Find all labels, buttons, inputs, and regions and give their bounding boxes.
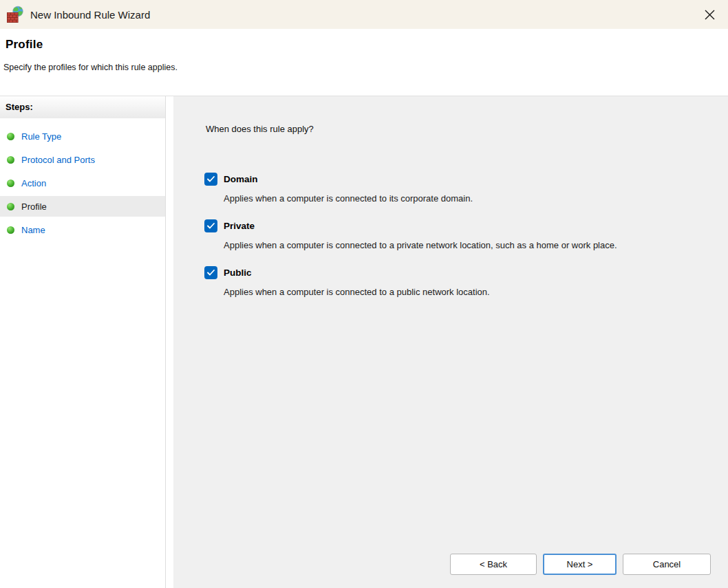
step-item-profile[interactable]: Profile [0,196,165,217]
close-button[interactable] [698,3,721,26]
domain-label[interactable]: Domain [224,174,258,184]
cancel-button[interactable]: Cancel [623,554,711,575]
steps-heading: Steps: [0,96,165,118]
profile-group-private: Private Applies when a computer is conne… [204,219,728,252]
titlebar: New Inbound Rule Wizard [0,0,728,29]
step-label: Rule Type [21,131,61,142]
domain-checkbox[interactable] [204,173,217,186]
step-item-name[interactable]: Name [0,219,165,240]
step-label: Protocol and Ports [21,155,95,165]
checkmark-icon [207,223,215,229]
private-checkbox-row[interactable]: Private [204,219,728,232]
green-bullet-icon [7,156,14,164]
step-item-rule-type[interactable]: Rule Type [0,126,165,146]
step-item-action[interactable]: Action [0,173,165,193]
profile-options: Domain Applies when a computer is connec… [204,173,728,299]
sidebar-divider [166,96,173,588]
step-item-protocol-and-ports[interactable]: Protocol and Ports [0,149,165,170]
step-label: Name [21,225,45,235]
steps-list: Rule Type Protocol and Ports Action Prof… [0,118,165,240]
wizard-buttons: < Back Next > Cancel [450,554,711,575]
public-label[interactable]: Public [224,268,252,278]
firewall-icon [6,6,24,23]
step-label: Action [21,178,46,188]
close-icon [705,10,715,20]
profile-panel: When does this rule apply? Domain Applie… [173,96,728,588]
profile-group-domain: Domain Applies when a computer is connec… [204,173,728,206]
private-checkbox[interactable] [204,219,217,232]
steps-sidebar: Steps: Rule Type Protocol and Ports Acti… [0,96,166,588]
domain-checkbox-row[interactable]: Domain [204,173,728,186]
page-subtitle: Specify the profiles for which this rule… [3,63,722,72]
window-title: New Inbound Rule Wizard [30,9,150,21]
checkmark-icon [207,270,215,276]
profile-group-public: Public Applies when a computer is connec… [204,266,728,299]
step-label: Profile [21,202,47,212]
panel-question: When does this rule apply? [173,96,728,134]
public-checkbox[interactable] [204,266,217,279]
green-bullet-icon [7,179,14,187]
next-button[interactable]: Next > [543,554,617,575]
back-button[interactable]: < Back [450,554,537,575]
green-bullet-icon [7,133,14,140]
private-label[interactable]: Private [224,221,255,231]
page-header: Profile Specify the profiles for which t… [0,29,728,96]
checkmark-icon [207,176,215,182]
public-checkbox-row[interactable]: Public [204,266,728,279]
green-bullet-icon [7,226,14,234]
page-title: Profile [6,38,722,52]
public-description: Applies when a computer is connected to … [224,285,647,299]
private-description: Applies when a computer is connected to … [224,239,647,252]
green-bullet-icon [7,203,14,210]
domain-description: Applies when a computer is connected to … [224,192,647,206]
